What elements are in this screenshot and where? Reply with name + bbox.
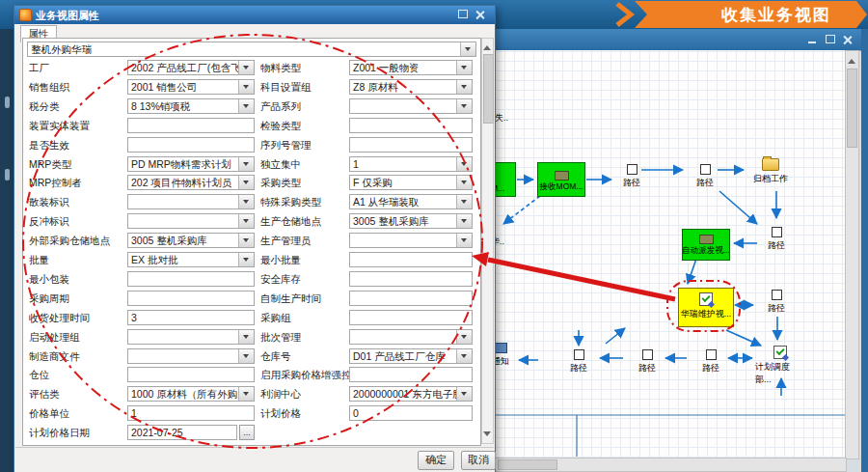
form-input[interactable]: [127, 329, 255, 345]
flow-node-route[interactable]: 路径: [688, 164, 722, 189]
form-input[interactable]: [127, 367, 255, 382]
scroll-up-icon[interactable]: [848, 55, 855, 64]
chevron-down-icon[interactable]: [238, 99, 254, 113]
form-input[interactable]: 2000000001 东方电子股份本: [349, 386, 473, 402]
form-input[interactable]: 0: [349, 405, 473, 421]
flow-node-route[interactable]: 路径: [614, 164, 649, 189]
maximize-icon[interactable]: [825, 35, 836, 44]
form-input[interactable]: [127, 194, 255, 209]
vertical-scrollbar[interactable]: [845, 50, 859, 459]
form-input[interactable]: 3005 整机采购库: [127, 233, 255, 248]
form-input[interactable]: [127, 213, 255, 229]
scroll-up-icon[interactable]: [483, 42, 491, 50]
flow-node-route[interactable]: 路径: [759, 290, 794, 315]
form-input[interactable]: [127, 137, 255, 153]
flow-node-route[interactable]: 路径: [561, 349, 596, 375]
chevron-down-icon[interactable]: [456, 214, 472, 228]
chevron-down-icon[interactable]: [238, 387, 254, 401]
chevron-down-icon[interactable]: [238, 80, 254, 94]
flow-node-activity[interactable]: 自动派发视...: [682, 229, 730, 261]
scrollbar-thumb[interactable]: [498, 459, 557, 470]
form-input[interactable]: [349, 291, 473, 306]
form-input[interactable]: [349, 137, 473, 153]
form-input[interactable]: 2001 销售公司: [127, 79, 255, 95]
form-input[interactable]: 1: [127, 405, 255, 421]
form-input[interactable]: 3: [127, 310, 255, 325]
chevron-down-icon[interactable]: [238, 330, 254, 344]
flow-node-activity[interactable]: M...: [495, 162, 516, 197]
form-input[interactable]: 8 13%销项税: [127, 98, 255, 114]
browse-button[interactable]: ...: [239, 425, 255, 440]
chevron-down-icon[interactable]: [456, 157, 472, 171]
scroll-down-icon[interactable]: [483, 431, 491, 440]
chevron-down-icon[interactable]: [238, 157, 254, 171]
cancel-button[interactable]: 取消: [461, 451, 496, 470]
scrollbar-thumb[interactable]: [483, 54, 494, 124]
form-input[interactable]: F 仅采购: [349, 175, 473, 190]
dialog-maximize-icon[interactable]: [457, 10, 469, 19]
minimize-icon[interactable]: [807, 35, 819, 44]
chevron-down-icon[interactable]: [456, 387, 472, 401]
dialog-scrollbar[interactable]: [481, 38, 494, 444]
form-input[interactable]: [127, 291, 255, 306]
flow-node-activity[interactable]: 接收MOM...: [537, 162, 585, 197]
chevron-down-icon[interactable]: [456, 349, 472, 363]
chevron-down-icon[interactable]: [456, 99, 472, 113]
view-selector-combobox[interactable]: 整机外购华瑞: [27, 42, 476, 57]
close-icon[interactable]: [842, 35, 854, 44]
form-input[interactable]: [349, 329, 473, 345]
scrollbar-thumb[interactable]: [847, 69, 857, 148]
form-input[interactable]: [349, 233, 473, 248]
form-input[interactable]: 1000 原材料（所有外购）: [127, 386, 255, 402]
flow-node-scheduling[interactable]: 计划调度部...: [755, 346, 805, 386]
chevron-down-icon[interactable]: [456, 176, 472, 189]
dialog-close-icon[interactable]: [475, 10, 486, 19]
form-input[interactable]: A1 从华瑞装取: [349, 194, 473, 209]
form-input[interactable]: Z001 一般物资: [349, 60, 473, 75]
chevron-down-icon[interactable]: [456, 80, 472, 94]
form-input[interactable]: [127, 348, 255, 364]
flow-node-maintain-view[interactable]: 华瑞维护视...: [678, 288, 734, 327]
chevron-down-icon[interactable]: [238, 349, 254, 363]
form-input[interactable]: Z8 原材料: [349, 79, 473, 95]
flow-canvas[interactable]: M...接收MOM...路径路径归档工作路径自动派发视...华瑞维护视...路径…: [495, 50, 845, 458]
form-input[interactable]: [349, 252, 473, 267]
form-input[interactable]: 2002 产品线工厂(包含飞讯国: [127, 60, 255, 75]
dialog-titlebar[interactable]: 业务视图属性: [14, 6, 495, 24]
flow-node-route[interactable]: 路径: [630, 349, 665, 375]
ok-button[interactable]: 确定: [418, 451, 454, 470]
chevron-down-icon[interactable]: [238, 214, 254, 228]
flow-node-route[interactable]: 路径: [759, 227, 794, 252]
form-input[interactable]: [349, 271, 473, 287]
form-input-value: 8 13%销项税: [131, 100, 190, 112]
form-input[interactable]: [349, 118, 473, 133]
flow-node-archive[interactable]: 归档工作: [749, 158, 792, 185]
horizontal-scrollbar[interactable]: [495, 458, 847, 472]
chevron-down-icon[interactable]: [238, 176, 254, 189]
chevron-down-icon[interactable]: [456, 234, 472, 247]
form-input[interactable]: 1: [349, 156, 473, 172]
form-input[interactable]: [349, 367, 473, 382]
chevron-down-icon[interactable]: [456, 330, 472, 344]
flow-window-titlebar[interactable]: [494, 29, 861, 51]
chevron-down-icon[interactable]: [460, 42, 475, 56]
chevron-down-icon[interactable]: [456, 61, 472, 74]
form-input[interactable]: 3005 整机采购库: [349, 213, 473, 229]
form-input[interactable]: 202 项目件物料计划员: [127, 175, 255, 190]
chevron-down-icon[interactable]: [238, 234, 254, 247]
form-input[interactable]: [127, 118, 255, 133]
chevron-down-icon[interactable]: [238, 253, 254, 266]
chevron-down-icon[interactable]: [456, 195, 472, 208]
form-input[interactable]: [349, 310, 473, 325]
chevron-down-icon[interactable]: [238, 195, 254, 208]
form-input[interactable]: EX 批对批: [127, 252, 255, 267]
side-panel-edge[interactable]: [0, 29, 14, 472]
flow-node-notify[interactable]: 通知: [495, 343, 520, 368]
form-input[interactable]: [127, 271, 255, 287]
form-input[interactable]: PD MRP物料需求计划: [127, 156, 255, 172]
flow-node-route[interactable]: 路径: [693, 349, 728, 375]
form-input[interactable]: 2021-07-25: [127, 425, 237, 440]
form-input[interactable]: D01 产品线工厂仓库: [349, 348, 473, 364]
chevron-down-icon[interactable]: [238, 61, 254, 74]
form-input[interactable]: [349, 98, 473, 114]
